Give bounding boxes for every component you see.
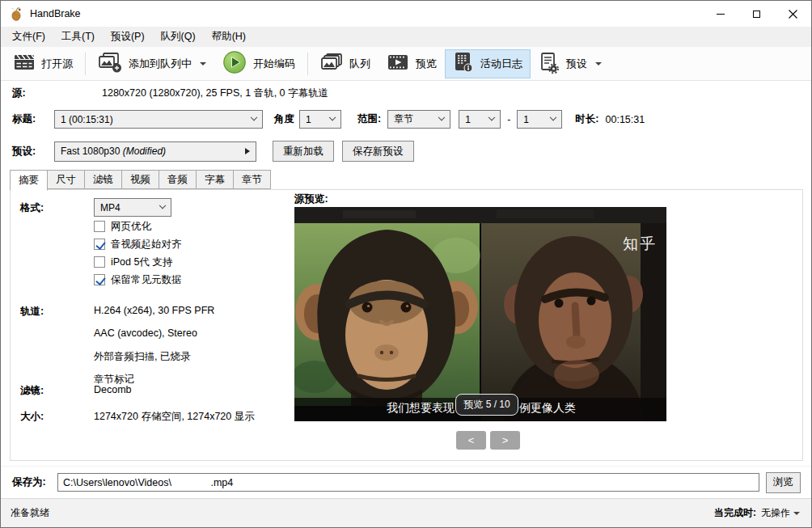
presets-button[interactable]: 预设 <box>531 49 610 78</box>
checkbox-label: iPod 5代 支持 <box>111 256 172 269</box>
maximize-button[interactable] <box>738 2 775 27</box>
menu-help[interactable]: 帮助(H) <box>204 27 254 47</box>
duration-label: 时长: <box>575 112 598 126</box>
chevron-down-icon <box>251 113 257 120</box>
activity-log-button[interactable]: 活动日志 <box>445 49 531 78</box>
add-to-queue-button[interactable]: 添加到队列中 <box>90 49 214 78</box>
format-label: 格式: <box>20 201 44 215</box>
checkbox-label: 保留常见元数据 <box>111 273 182 287</box>
source-label: 源: <box>12 87 102 100</box>
titlebar: HandBrake <box>1 1 811 27</box>
angle-select[interactable]: 1 <box>299 110 341 129</box>
tab-audio[interactable]: 音频 <box>159 170 197 189</box>
clapperboard-icon <box>14 53 35 74</box>
size-value: 1274x720 存储空间, 1274x720 显示 <box>94 410 255 424</box>
burned-subtitle-left: 我们想要表现 <box>387 401 455 414</box>
tab-dimensions[interactable]: 尺寸 <box>47 170 85 189</box>
reload-preset-button[interactable]: 重新加载 <box>273 141 334 162</box>
left-chimp-photo <box>294 223 480 406</box>
preset-name: Fast 1080p30 <box>61 146 120 157</box>
checkbox-keep-metadata[interactable]: 保留常见元数据 <box>94 272 182 287</box>
zhihu-watermark: 知乎 <box>623 235 657 252</box>
film-play-icon <box>387 53 409 74</box>
preview-button[interactable]: 预览 <box>379 49 445 78</box>
activity-log-icon <box>453 52 474 75</box>
checkbox-box[interactable] <box>94 239 105 250</box>
range-from-value: 1 <box>465 114 471 125</box>
preset-modified-flag: (Modified) <box>123 146 166 157</box>
size-label: 大小: <box>20 410 44 424</box>
open-source-label: 打开源 <box>41 57 73 71</box>
tab-video[interactable]: 视频 <box>121 170 159 189</box>
tab-summary[interactable]: 摘要 <box>10 170 48 191</box>
checkbox-label: 网页优化 <box>111 220 151 234</box>
burned-subtitle-right: 例更像人类 <box>519 401 576 414</box>
preview-label: 预览 <box>416 57 437 71</box>
format-select[interactable]: MP4 <box>94 198 171 217</box>
close-button[interactable] <box>775 2 811 27</box>
preset-label: 预设: <box>12 145 54 158</box>
toolbar-separator <box>85 53 86 75</box>
menu-tools[interactable]: 工具(T) <box>53 27 103 47</box>
photo-stack-plus-icon <box>98 52 122 75</box>
duration-value: 00:15:31 <box>606 114 645 125</box>
title-row: 标题: 1 (00:15:31) 角度 1 范围: 章节 1 - 1 时长: 0… <box>1 105 811 133</box>
save-row: 保存为: 浏览 <box>1 466 811 498</box>
tracks-label: 轨道: <box>20 305 44 319</box>
menu-presets[interactable]: 预设(P) <box>103 27 153 47</box>
start-encode-label: 开始编码 <box>253 57 295 71</box>
checkbox-ipod-support[interactable]: iPod 5代 支持 <box>94 255 172 269</box>
chevron-down-icon <box>550 113 556 120</box>
statusbar: 准备就绪 当完成时: 无操作 <box>1 498 811 527</box>
open-source-button[interactable]: 打开源 <box>6 49 81 78</box>
source-row: 源: 1280x720 (1280x720), 25 FPS, 1 音轨, 0 … <box>1 81 811 105</box>
checkbox-box[interactable] <box>94 256 105 268</box>
chevron-down-icon <box>159 201 166 208</box>
start-encode-button[interactable]: 开始编码 <box>214 49 303 78</box>
range-dash: - <box>507 114 510 125</box>
when-done-value: 无操作 <box>761 506 790 520</box>
preset-select-value: Fast 1080p30 (Modified) <box>61 146 166 157</box>
arrow-right-icon <box>245 148 250 154</box>
range-type-value: 章节 <box>394 112 413 126</box>
range-from-select[interactable]: 1 <box>459 110 501 129</box>
range-to-select[interactable]: 1 <box>517 110 562 129</box>
preview-prev-button[interactable]: < <box>456 431 486 450</box>
status-text: 准备就绪 <box>11 506 714 520</box>
source-info: 1280x720 (1280x720), 25 FPS, 1 音轨, 0 字幕轨… <box>102 87 328 100</box>
when-done-dropdown[interactable]: 无操作 <box>761 506 800 520</box>
menu-file[interactable]: 文件(F) <box>4 27 53 47</box>
handbrake-logo-icon <box>9 6 23 21</box>
save-path-input[interactable] <box>57 473 759 492</box>
handbrake-window: HandBrake 文件(F) 工具(T) 预设(P) 队列(Q) 帮助(H) … <box>0 0 812 528</box>
range-to-value: 1 <box>523 114 529 125</box>
angle-select-value: 1 <box>306 114 311 125</box>
preset-row: 预设: Fast 1080p30 (Modified) 重新加载 保存新预设 <box>1 133 811 169</box>
minimize-button[interactable] <box>702 2 738 27</box>
tab-content-area: 摘要 尺寸 滤镜 视频 音频 字幕 章节 格式: MP4 网页优化 音视频起始对… <box>1 169 811 466</box>
range-type-select[interactable]: 章节 <box>387 110 450 129</box>
format-select-value: MP4 <box>100 202 121 213</box>
save-new-preset-button[interactable]: 保存新预设 <box>342 141 414 162</box>
tab-filters[interactable]: 滤镜 <box>84 170 122 189</box>
menu-queue[interactable]: 队列(Q) <box>153 27 204 47</box>
toolbar-separator <box>307 53 308 75</box>
toolbar: 打开源 添加到队列中 <box>1 47 811 81</box>
queue-button[interactable]: 队列 <box>312 49 379 78</box>
chevron-down-icon <box>488 113 495 120</box>
checkbox-web-optimized[interactable]: 网页优化 <box>94 219 151 234</box>
tab-chapters[interactable]: 章节 <box>233 170 271 189</box>
tabstrip: 摘要 尺寸 滤镜 视频 音频 字幕 章节 <box>10 170 270 191</box>
when-done-label: 当完成时: <box>714 506 756 520</box>
preset-select[interactable]: Fast 1080p30 (Modified) <box>54 142 256 162</box>
browse-button[interactable]: 浏览 <box>766 472 801 493</box>
checkbox-box[interactable] <box>94 274 105 285</box>
title-select[interactable]: 1 (00:15:31) <box>54 110 263 129</box>
checkbox-box[interactable] <box>94 221 105 232</box>
tab-subtitles[interactable]: 字幕 <box>196 170 234 189</box>
title-select-value: 1 (00:15:31) <box>61 114 113 125</box>
source-preview-image: 我们想要表现 例更像人类 知乎 预览 5 / 10 <box>294 207 666 421</box>
checkbox-av-align[interactable]: 音视频起始对齐 <box>94 237 182 251</box>
preview-next-button[interactable]: > <box>490 431 520 450</box>
track-line: AAC (avcodec), Stereo <box>94 327 197 339</box>
